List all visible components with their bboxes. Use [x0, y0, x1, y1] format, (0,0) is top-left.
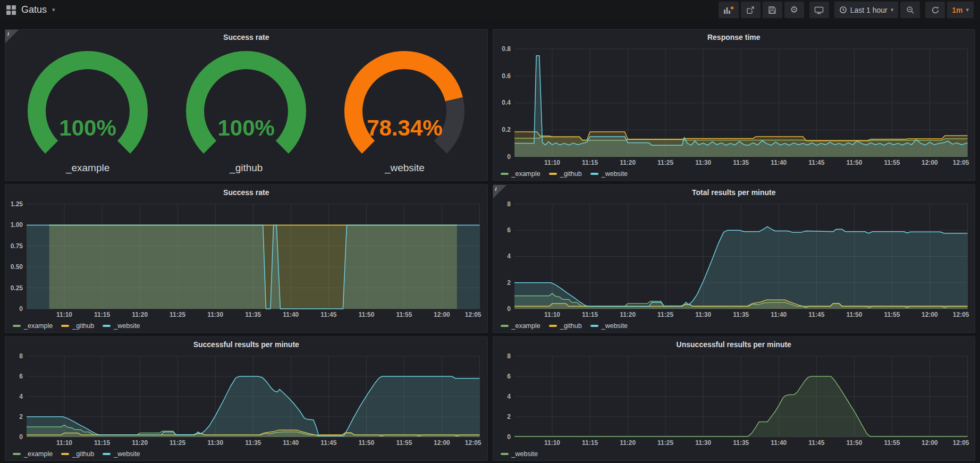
legend-item-_github[interactable]: _github: [549, 322, 582, 330]
legend-item-_example[interactable]: _example: [501, 170, 540, 178]
gauge-label: _github: [167, 162, 325, 174]
svg-text:0.4: 0.4: [502, 99, 511, 106]
tv-mode-button[interactable]: [809, 2, 829, 18]
legend-swatch: [549, 173, 557, 175]
legend-swatch: [590, 325, 598, 327]
panel-successful-results: Successful results per minute 0246811:10…: [5, 336, 488, 461]
magnifier-minus-icon: [906, 6, 915, 14]
svg-text:11:35: 11:35: [245, 439, 261, 447]
legend-label: _github: [72, 322, 94, 330]
legend-item-_example[interactable]: _example: [13, 450, 53, 458]
navbar-toolbar: ⚙ Last 1 hour ▾: [719, 2, 974, 18]
gauge-arc: [9, 47, 166, 162]
info-icon[interactable]: i: [493, 185, 506, 198]
svg-text:12:00: 12:00: [434, 439, 450, 447]
clock-icon: [839, 6, 847, 14]
svg-text:4: 4: [507, 252, 511, 260]
panel-title[interactable]: Unsuccessful results per minute: [493, 337, 975, 352]
svg-text:11:15: 11:15: [94, 439, 110, 447]
legend-label: _website: [114, 322, 140, 330]
svg-text:4: 4: [19, 393, 23, 400]
svg-text:0.8: 0.8: [502, 45, 511, 53]
time-range-label: Last 1 hour: [850, 6, 888, 14]
chart-area: 0246811:1011:1511:2011:2511:3011:3511:40…: [493, 352, 975, 448]
share-button[interactable]: [741, 2, 761, 18]
legend-item-_example[interactable]: _example: [13, 322, 53, 330]
svg-text:12:05: 12:05: [465, 439, 481, 447]
dashboards-grid-icon[interactable]: [6, 5, 16, 15]
legend-swatch: [61, 325, 69, 327]
svg-text:11:20: 11:20: [132, 311, 148, 318]
svg-text:12:00: 12:00: [922, 159, 938, 166]
chart-area: 0246811:1011:1511:2011:2511:3011:3511:40…: [5, 352, 487, 448]
legend-label: _github: [72, 450, 94, 458]
chart-area: 00.250.500.751.001.2511:1011:1511:2011:2…: [5, 200, 487, 319]
legend-item-_website[interactable]: _website: [103, 450, 140, 458]
legend-item-_website[interactable]: _website: [501, 450, 538, 458]
chart-area: 0246811:1011:1511:2011:2511:3011:3511:40…: [493, 200, 975, 319]
chart-legend: _example_github_website: [493, 167, 975, 180]
legend-swatch: [501, 453, 509, 455]
legend-item-_website[interactable]: _website: [590, 322, 628, 330]
svg-text:1.00: 1.00: [11, 221, 23, 229]
svg-text:6: 6: [507, 373, 511, 380]
panel-success-rate-gauges: i Success rate 100% _example 100% _githu…: [5, 29, 488, 181]
legend-item-_github[interactable]: _github: [549, 170, 582, 178]
gauge-value: 100%: [9, 115, 166, 141]
svg-text:11:55: 11:55: [884, 159, 900, 166]
svg-text:11:30: 11:30: [695, 159, 711, 166]
svg-text:0: 0: [19, 433, 23, 441]
svg-text:2: 2: [507, 413, 511, 420]
chevron-down-icon[interactable]: ▾: [52, 6, 55, 13]
svg-text:11:40: 11:40: [771, 311, 787, 318]
svg-text:11:50: 11:50: [846, 159, 862, 166]
svg-text:11:15: 11:15: [582, 159, 598, 166]
svg-text:11:10: 11:10: [544, 159, 560, 166]
panel-success-rate-graph: Success rate 00.250.500.751.001.2511:101…: [5, 184, 488, 333]
panel-title[interactable]: Success rate: [5, 30, 487, 45]
svg-text:11:30: 11:30: [695, 439, 711, 447]
svg-text:11:30: 11:30: [207, 439, 223, 447]
panel-title[interactable]: Total results per minute: [493, 185, 975, 200]
zoom-out-button[interactable]: [900, 2, 920, 18]
svg-text:0: 0: [507, 153, 511, 161]
refresh-button[interactable]: [925, 2, 945, 18]
legend-label: _example: [24, 322, 53, 330]
bar-chart-plus-icon: [723, 6, 734, 14]
panel-title[interactable]: Successful results per minute: [5, 337, 487, 352]
settings-button[interactable]: ⚙: [784, 2, 804, 18]
time-range-picker[interactable]: Last 1 hour ▾: [834, 2, 899, 18]
svg-text:11:10: 11:10: [544, 311, 560, 318]
legend-item-_website[interactable]: _website: [103, 322, 140, 330]
legend-item-_github[interactable]: _github: [61, 450, 94, 458]
panel-title[interactable]: Success rate: [5, 185, 487, 200]
chart-area: 00.20.40.60.811:1011:1511:2011:2511:3011…: [493, 45, 975, 167]
legend-swatch: [13, 325, 21, 327]
panel-title[interactable]: Response time: [493, 30, 975, 45]
dashboard-title[interactable]: Gatus: [21, 4, 47, 15]
chart-legend: _example_github_website: [493, 319, 975, 332]
legend-item-_website[interactable]: _website: [590, 170, 628, 178]
save-button[interactable]: [763, 2, 782, 18]
svg-text:11:50: 11:50: [846, 439, 862, 447]
legend-item-_github[interactable]: _github: [61, 322, 94, 330]
svg-text:11:20: 11:20: [620, 159, 636, 166]
refresh-interval-picker[interactable]: 1m ▾: [947, 2, 974, 18]
svg-text:11:50: 11:50: [358, 311, 374, 318]
svg-text:0.25: 0.25: [11, 284, 23, 292]
svg-text:11:30: 11:30: [695, 311, 711, 318]
info-icon[interactable]: i: [5, 30, 19, 43]
legend-label: _website: [602, 322, 628, 330]
svg-text:11:35: 11:35: [733, 439, 749, 447]
total-results-chart: 0246811:1011:1511:2011:2511:3011:3511:40…: [493, 200, 975, 319]
svg-text:12:05: 12:05: [952, 159, 969, 166]
panel-actions-group: ⚙: [719, 2, 804, 18]
add-panel-button[interactable]: [719, 2, 739, 18]
svg-text:11:55: 11:55: [396, 439, 412, 447]
svg-text:11:40: 11:40: [283, 311, 299, 318]
legend-swatch: [549, 325, 557, 327]
legend-label: _example: [24, 450, 53, 458]
legend-item-_example[interactable]: _example: [501, 322, 540, 330]
time-controls-group: Last 1 hour ▾: [834, 2, 920, 18]
svg-text:8: 8: [507, 352, 511, 360]
